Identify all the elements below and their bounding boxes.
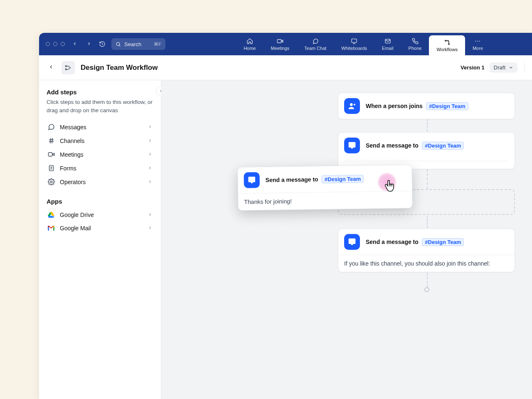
mail-icon (384, 38, 391, 44)
node-title: Send a message to (266, 176, 318, 183)
chevron-right-icon (148, 151, 153, 158)
step-forms[interactable]: Forms (47, 161, 153, 175)
svg-rect-2 (277, 39, 281, 43)
svg-marker-28 (48, 216, 53, 218)
nav-phone[interactable]: Phone (401, 33, 429, 55)
step-meetings[interactable]: Meetings (47, 148, 153, 161)
more-icon (474, 38, 481, 44)
history-button[interactable] (99, 41, 106, 47)
svg-rect-4 (352, 39, 357, 42)
apps-heading: Apps (47, 198, 153, 205)
channel-chip[interactable]: #Design Team (422, 238, 464, 246)
hash-icon (47, 137, 55, 144)
search-shortcut: ⌘F (154, 42, 161, 47)
nav-workflows[interactable]: Workflows (429, 35, 465, 55)
form-icon (47, 165, 55, 172)
status-dropdown[interactable]: Draft (490, 62, 517, 73)
gear-icon (47, 178, 55, 185)
sidebar-description: Click steps to add them to this workflow… (47, 98, 153, 114)
step-operators[interactable]: Operators (47, 175, 153, 189)
chevron-right-icon (148, 225, 153, 232)
nav-whiteboards[interactable]: Whiteboards (334, 33, 374, 55)
home-icon (246, 38, 253, 44)
sidebar-heading: Add steps (47, 89, 153, 96)
svg-point-29 (350, 103, 353, 106)
subheader: Design Team Workflow Version 1 Draft (39, 55, 532, 80)
end-node[interactable] (424, 287, 429, 292)
canvas[interactable]: When a person joins #Design Team Send a … (161, 80, 532, 399)
node-title: Send a message to (366, 239, 419, 245)
chevron-down-icon (509, 65, 513, 70)
workflow-badge-icon (62, 61, 75, 74)
svg-point-13 (65, 69, 66, 70)
chevron-right-icon (148, 138, 153, 144)
search-input[interactable]: Search ⌘F (111, 38, 165, 50)
node-title: When a person joins (366, 103, 423, 109)
chevron-right-icon (148, 165, 153, 172)
nav-team-chat[interactable]: Team Chat (297, 33, 334, 55)
nav-forward-button[interactable] (85, 39, 93, 49)
version-label: Version 1 (461, 64, 485, 71)
pointer-cursor-icon (384, 179, 397, 195)
node-title: Send a message to (366, 142, 419, 149)
app-google-drive[interactable]: Google Drive (47, 208, 153, 222)
channel-chip[interactable]: #Design Team (422, 142, 464, 150)
channel-chip[interactable]: #Design Team (322, 175, 364, 183)
window-controls[interactable] (46, 42, 65, 46)
google-drive-icon (47, 212, 55, 218)
nav-meetings[interactable]: Meetings (263, 33, 297, 55)
phone-icon (412, 38, 419, 44)
gmail-icon (47, 226, 55, 231)
svg-line-16 (50, 138, 50, 143)
page-title: Design Team Workflow (81, 64, 158, 72)
message-icon (344, 234, 360, 250)
workflow-node-send-message-1[interactable]: Send a message to #Design Team (338, 132, 515, 169)
svg-point-10 (477, 41, 478, 42)
svg-point-24 (50, 181, 52, 183)
nav-home[interactable]: Home (236, 33, 263, 55)
workflow-icon (444, 39, 451, 46)
message-icon (47, 123, 55, 131)
svg-line-1 (119, 45, 120, 46)
chevron-right-icon (148, 179, 153, 185)
step-messages[interactable]: Messages (47, 120, 153, 134)
video-icon (47, 151, 55, 158)
svg-line-17 (52, 138, 52, 143)
svg-point-9 (475, 41, 476, 42)
node-body: If you like this channel, you should als… (338, 255, 515, 272)
search-placeholder: Search (124, 41, 141, 47)
app-google-mail[interactable]: Google Mail (47, 222, 153, 235)
chat-icon (312, 38, 319, 44)
status-label: Draft (494, 64, 505, 71)
person-join-icon (344, 98, 360, 114)
svg-point-7 (445, 40, 446, 41)
chevron-right-icon (148, 124, 153, 131)
video-icon (277, 38, 283, 44)
channel-chip[interactable]: #Design Team (426, 102, 468, 110)
back-button[interactable] (47, 62, 56, 73)
topbar: Search ⌘F Home Meetings Team Chat Whiteb… (39, 33, 532, 55)
message-icon (344, 138, 360, 153)
svg-point-0 (116, 42, 120, 46)
message-icon (244, 172, 260, 188)
svg-marker-19 (52, 153, 54, 156)
nav-email[interactable]: Email (374, 33, 401, 55)
svg-point-12 (65, 65, 66, 66)
workflow-node-trigger[interactable]: When a person joins #Design Team (338, 93, 515, 119)
svg-point-11 (479, 41, 480, 42)
whiteboard-icon (351, 38, 357, 44)
sidebar: Add steps Click steps to add them to thi… (39, 80, 161, 399)
nav-back-button[interactable] (71, 39, 79, 49)
nav-more[interactable]: More (465, 33, 490, 55)
app-window: Search ⌘F Home Meetings Team Chat Whiteb… (39, 33, 532, 399)
svg-rect-18 (48, 153, 52, 156)
svg-point-8 (448, 43, 449, 44)
workflow-node-send-message-2[interactable]: Send a message to #Design Team If you li… (338, 229, 515, 272)
step-channels[interactable]: Channels (47, 134, 153, 148)
chevron-right-icon (148, 212, 153, 218)
search-icon (116, 42, 121, 47)
